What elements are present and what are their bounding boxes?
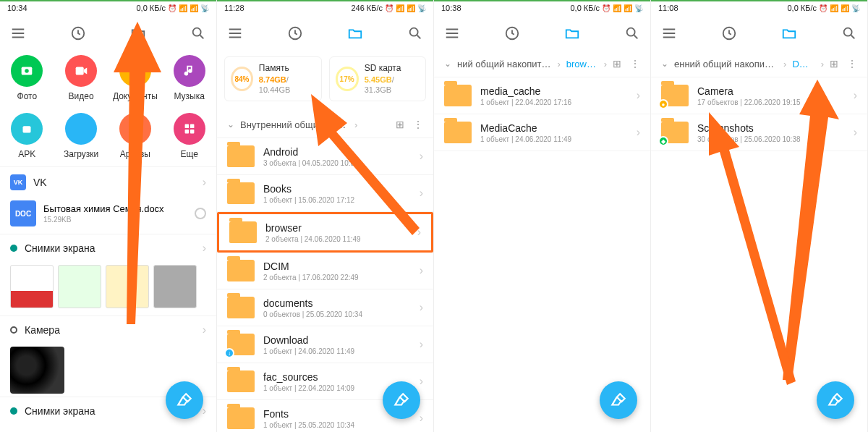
more-icon[interactable]: ⋮ (413, 119, 423, 130)
section-vk[interactable]: VK VK › (0, 166, 216, 198)
folder-icon[interactable] (781, 25, 797, 41)
menu-icon[interactable] (227, 25, 243, 41)
menu-icon[interactable] (444, 25, 460, 41)
folder-item[interactable]: MediaCache1 объект | 24.06.2020 11:49› (434, 114, 650, 151)
folder-item[interactable]: ●Camera17 объектов | 22.06.2020 19:15› (651, 77, 867, 114)
more-icon[interactable]: ⋮ (630, 58, 640, 69)
status-right: 0,0 КБ/с ⏰ 📶 📶 📡 (570, 4, 643, 12)
clean-fab[interactable] (817, 381, 854, 419)
storage-internal[interactable]: 84% Память 8.74GB/ 10.44GB (224, 56, 322, 101)
category-archives[interactable]: Архивы (109, 113, 163, 159)
status-net: 0,0 КБ/с (787, 4, 817, 12)
category-video[interactable]: Видео (54, 55, 109, 101)
select-radio[interactable] (195, 208, 206, 219)
grid-view-icon[interactable]: ⊞ (613, 58, 621, 69)
folder-icon (227, 145, 255, 167)
chevron-right-icon: › (604, 59, 607, 69)
chevron-right-icon: › (420, 412, 423, 425)
thumbnail[interactable] (153, 265, 197, 308)
folder-name: Screenshots (697, 122, 801, 134)
crumb-active[interactable]: browser (566, 59, 598, 69)
recent-icon[interactable] (721, 25, 737, 41)
section-label: Снимки экрана (25, 405, 95, 417)
chevron-down-icon[interactable]: ⌄ (444, 59, 451, 69)
camera-badge-icon: ● (658, 99, 668, 109)
category-apk[interactable]: APK (0, 113, 54, 159)
chevron-right-icon: › (420, 264, 423, 277)
status-net: 0,0 КБ/с (136, 4, 166, 12)
section-label: Камера (25, 324, 60, 336)
category-music[interactable]: Музыка (162, 55, 216, 101)
section-screenshots[interactable]: Снимки экрана › (0, 234, 216, 262)
recent-icon[interactable] (504, 25, 520, 41)
folder-item[interactable]: ↓Download1 объект | 24.06.2020 11:49› (217, 326, 433, 363)
storage-label: SD карта (365, 63, 420, 75)
crumb-active[interactable]: DCIM (792, 59, 814, 69)
breadcrumb[interactable]: ⌄ Внутренний общий накопитель › ⊞ ⋮ (217, 111, 433, 138)
file-row[interactable]: DOC Бытовая химия Семья.docx 15.29KB (0, 198, 216, 234)
search-icon[interactable] (841, 25, 857, 41)
folder-sub: 17 объектов | 22.06.2020 19:15 (697, 98, 801, 106)
download-badge-icon: ↓ (224, 348, 234, 358)
status-right: 246 КБ/с ⏰ 📶 📶 📡 (351, 4, 426, 12)
chevron-down-icon[interactable]: ⌄ (661, 59, 668, 69)
category-more[interactable]: Еще (162, 113, 216, 159)
folder-sub: 0 объектов | 25.05.2020 10:34 (263, 310, 362, 318)
folder-icon: ◆ (661, 122, 689, 143)
alarm-icon: ⏰ (819, 4, 827, 12)
category-photo[interactable]: Фото (0, 55, 54, 101)
thumbnail[interactable] (10, 265, 54, 308)
search-icon[interactable] (190, 25, 206, 41)
signal-icon: 📶 (190, 4, 198, 12)
svg-rect-7 (184, 124, 189, 129)
menu-icon[interactable] (10, 25, 26, 41)
more-icon[interactable]: ⋮ (847, 58, 857, 69)
folder-item[interactable]: documents0 объектов | 25.05.2020 10:34› (217, 289, 433, 326)
breadcrumb[interactable]: ⌄ ний общий накопитель › browser › ⊞ ⋮ (434, 51, 650, 77)
folder-icon[interactable] (130, 25, 146, 41)
breadcrumb[interactable]: ⌄ енний общий накопитель › DCIM › ⊞ ⋮ (651, 51, 867, 77)
folder-item[interactable]: ◆Screenshots30 объектов | 25.06.2020 10:… (651, 114, 867, 151)
crumb[interactable]: Внутренний общий накопитель (240, 119, 349, 130)
crumb[interactable]: ний общий накопитель (457, 59, 551, 69)
status-right: 0,0 КБ/с ⏰ 📶 📶 📡 (787, 4, 860, 12)
category-docs[interactable]: Документы (109, 55, 163, 101)
folder-icon (227, 297, 255, 318)
category-grid: Фото Видео Документы Музыка APK Загрузки… (0, 51, 216, 166)
signal-icon: 📶 (179, 4, 187, 12)
search-icon[interactable] (624, 25, 640, 41)
chevron-down-icon[interactable]: ⌄ (227, 119, 234, 130)
recent-icon[interactable] (287, 25, 303, 41)
svg-point-1 (193, 28, 201, 36)
folder-item[interactable]: media_cache1 объект | 22.04.2020 17:16› (434, 77, 650, 114)
pane-dcim: 11:08 0,0 КБ/с ⏰ 📶 📶 📡 ⌄ енний общий нак… (651, 0, 868, 432)
grid-view-icon[interactable]: ⊞ (396, 119, 404, 130)
menu-icon[interactable] (661, 25, 677, 41)
folder-item-browser[interactable]: browser2 объекта | 24.06.2020 11:49› (217, 212, 433, 253)
cat-label: Музыка (174, 91, 204, 101)
crumb[interactable]: енний общий накопитель (674, 59, 778, 69)
grid-view-icon[interactable]: ⊞ (830, 58, 838, 69)
thumbnail[interactable] (58, 265, 101, 308)
folder-sub: 1 объект | 24.06.2020 11:49 (263, 347, 354, 355)
toolbar (0, 16, 216, 51)
status-right: 0,0 КБ/с ⏰ 📶 📶 📡 (136, 4, 209, 12)
status-time: 11:08 (658, 4, 678, 12)
thumbnail[interactable] (106, 265, 149, 308)
folder-item[interactable]: DCIM2 объекта | 17.06.2020 22:49› (217, 253, 433, 289)
search-icon[interactable] (407, 25, 423, 41)
folder-icon[interactable] (347, 25, 363, 41)
section-camera[interactable]: Камера › (0, 315, 216, 344)
folder-icon[interactable] (564, 25, 580, 41)
clean-fab[interactable] (166, 381, 203, 419)
storage-row: 84% Память 8.74GB/ 10.44GB 17% SD карта … (217, 51, 433, 111)
clean-fab[interactable] (600, 381, 637, 419)
folder-name: fac_sources (263, 371, 354, 383)
storage-sd[interactable]: 17% SD карта 5.45GB/ 31.3GB (329, 56, 427, 101)
folder-item[interactable]: Books1 объект | 15.06.2020 17:12› (217, 175, 433, 212)
recent-icon[interactable] (70, 25, 86, 41)
folder-item[interactable]: Android3 объекта | 04.05.2020 10:07› (217, 138, 433, 175)
category-downloads[interactable]: Загрузки (54, 113, 109, 159)
clean-fab[interactable] (383, 381, 420, 419)
thumbnail[interactable] (10, 347, 64, 394)
